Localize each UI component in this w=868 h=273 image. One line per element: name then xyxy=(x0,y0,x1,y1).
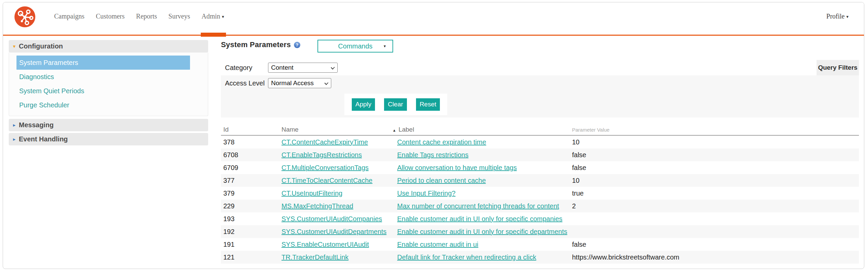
col-header-label-text: Label xyxy=(399,126,414,133)
clear-button[interactable]: Clear xyxy=(384,98,407,111)
parameter-name-link[interactable]: SYS.CustomerUIAuditCompanies xyxy=(281,215,382,222)
parameter-label-link[interactable]: Use Input Filtering? xyxy=(397,190,455,197)
access-level-select-value: Normal Access xyxy=(271,79,314,86)
active-tab-indicator xyxy=(201,33,226,37)
col-header-parameter-value[interactable]: Parameter Value xyxy=(570,127,859,133)
query-filters-toggle[interactable]: Query Filters xyxy=(816,60,859,75)
parameter-name-link[interactable]: CT.UseInputFiltering xyxy=(281,190,342,197)
cell-label: Max number of concurrent fetching thread… xyxy=(395,202,570,210)
nav-admin[interactable]: Admin▾ xyxy=(202,12,224,20)
sidebar-item-diagnostics[interactable]: Diagnostics xyxy=(9,70,208,84)
reset-button[interactable]: Reset xyxy=(416,98,440,111)
cell-name: CT.MultipleConversationTags xyxy=(279,164,395,172)
nav-customers-label: Customers xyxy=(96,12,125,20)
parameters-table: Id Name ▲Label Parameter Value 378 CT.Co… xyxy=(221,124,859,264)
sidebar-item-purge-scheduler[interactable]: Purge Scheduler xyxy=(9,98,208,112)
parameter-label-link[interactable]: Allow conversation to have multiple tags xyxy=(397,164,517,171)
parameter-label-link[interactable]: Enable customer audit in UI only for spe… xyxy=(397,215,562,222)
parameter-label-link[interactable]: Content cache expiration time xyxy=(397,138,486,146)
cell-label: Default link for Tracker when redirectin… xyxy=(395,253,570,261)
cell-id: 121 xyxy=(221,253,279,261)
parameter-name-link[interactable]: CT.TimeToClearContentCache xyxy=(281,177,372,184)
table-row: 191 SYS.EnableCustomerUIAudit Enable cus… xyxy=(221,238,859,251)
cell-parameter-value: false xyxy=(570,164,859,172)
sidebar-item-system-quiet-periods[interactable]: System Quiet Periods xyxy=(9,84,208,98)
cell-label: Enable customer audit in UI only for spe… xyxy=(395,228,570,236)
parameter-name-link[interactable]: CT.MultipleConversationTags xyxy=(281,164,369,171)
help-icon[interactable]: ? xyxy=(294,42,300,48)
title-row: System Parameters? Commands ▾ xyxy=(221,40,859,55)
sidebar: ▾ Configuration System Parameters Diagno… xyxy=(9,40,208,145)
parameter-name-link[interactable]: CT.ContentCacheExpiryTime xyxy=(281,138,368,146)
category-filter-row: Category Content xyxy=(221,60,816,75)
profile-menu[interactable]: Profile▾ xyxy=(826,12,848,20)
parameter-name-link[interactable]: CT.EnableTagsRestrictions xyxy=(281,151,362,159)
cell-name: CT.ContentCacheExpiryTime xyxy=(279,138,395,146)
parameter-name-link[interactable]: TR.TrackerDefaultLink xyxy=(281,253,348,261)
accordion-configuration[interactable]: ▾ Configuration xyxy=(9,40,208,53)
col-header-id[interactable]: Id xyxy=(221,126,279,133)
table-header: Id Name ▲Label Parameter Value xyxy=(221,124,859,136)
cell-parameter-value: 10 xyxy=(570,138,859,146)
parameter-label-link[interactable]: Max number of concurrent fetching thread… xyxy=(397,202,559,210)
col-header-label[interactable]: ▲Label xyxy=(395,126,570,133)
cell-id: 378 xyxy=(221,138,279,146)
table-row: 192 SYS.CustomerUIAuditDepartments Enabl… xyxy=(221,225,859,238)
cell-label: Enable customer audit in ui xyxy=(395,241,570,248)
nav-surveys[interactable]: Surveys xyxy=(168,12,190,20)
cell-name: CT.TimeToClearContentCache xyxy=(279,177,395,185)
caret-down-icon: ▾ xyxy=(13,40,16,53)
col-header-name[interactable]: Name xyxy=(279,126,395,133)
content-area: ▾ Configuration System Parameters Diagno… xyxy=(3,37,864,269)
cell-parameter-value: https://www.brickstreetsoftware.com xyxy=(570,253,859,261)
table-body: 378 CT.ContentCacheExpiryTime Content ca… xyxy=(221,136,859,264)
page-title: System Parameters xyxy=(221,40,291,49)
cell-id: 6708 xyxy=(221,151,279,159)
sidebar-item-system-parameters[interactable]: System Parameters xyxy=(17,56,190,70)
accordion-messaging-label: Messaging xyxy=(19,121,54,129)
cell-label: Use Input Filtering? xyxy=(395,190,570,197)
parameter-name-link[interactable]: SYS.CustomerUIAuditDepartments xyxy=(281,228,386,235)
configuration-section-body: System Parameters Diagnostics System Qui… xyxy=(9,53,208,116)
caret-right-icon: ▸ xyxy=(13,133,16,145)
parameter-name-link[interactable]: MS.MaxFetchingThread xyxy=(281,202,353,210)
top-nav-bar: Campaigns Customers Reports Surveys Admi… xyxy=(3,2,864,36)
nav-reports[interactable]: Reports xyxy=(136,12,157,20)
cell-id: 193 xyxy=(221,215,279,223)
parameter-label-link[interactable]: Period to clean content cache xyxy=(397,177,486,184)
cell-name: MS.MaxFetchingThread xyxy=(279,202,395,210)
nav-campaigns[interactable]: Campaigns xyxy=(54,12,85,20)
caret-right-icon: ▸ xyxy=(13,119,16,131)
cell-parameter-value: false xyxy=(570,151,859,159)
parameter-label-link[interactable]: Default link for Tracker when redirectin… xyxy=(397,253,536,261)
cell-name: TR.TrackerDefaultLink xyxy=(279,253,395,261)
filter-actions: Apply Clear Reset xyxy=(344,93,447,115)
parameter-label-link[interactable]: Enable Tags restrictions xyxy=(397,151,468,159)
chevron-down-icon xyxy=(331,66,335,70)
cell-label: Enable customer audit in UI only for spe… xyxy=(395,215,570,223)
accordion-messaging[interactable]: ▸ Messaging xyxy=(9,119,208,131)
table-row: 6708 CT.EnableTagsRestrictions Enable Ta… xyxy=(221,148,859,161)
filter-panel: Category Content Query Filters Access Le… xyxy=(221,60,859,117)
table-row: 229 MS.MaxFetchingThread Max number of c… xyxy=(221,200,859,212)
brand-logo-icon[interactable] xyxy=(14,6,35,27)
apply-button[interactable]: Apply xyxy=(352,98,375,111)
cell-parameter-value: false xyxy=(570,241,859,248)
access-level-select[interactable]: Normal Access xyxy=(268,78,331,88)
cell-label: Allow conversation to have multiple tags xyxy=(395,164,570,172)
table-row: 378 CT.ContentCacheExpiryTime Content ca… xyxy=(221,136,859,148)
cell-id: 192 xyxy=(221,228,279,236)
parameter-name-link[interactable]: SYS.EnableCustomerUIAudit xyxy=(281,241,369,248)
accordion-event-handling[interactable]: ▸ Event Handling xyxy=(9,133,208,145)
parameter-label-link[interactable]: Enable customer audit in ui xyxy=(397,241,478,248)
commands-dropdown[interactable]: Commands ▾ xyxy=(317,40,393,53)
nav-customers[interactable]: Customers xyxy=(96,12,125,20)
cell-id: 379 xyxy=(221,190,279,197)
app-window: Campaigns Customers Reports Surveys Admi… xyxy=(3,2,864,269)
parameter-label-link[interactable]: Enable customer audit in UI only for spe… xyxy=(397,228,567,235)
cell-id: 229 xyxy=(221,202,279,210)
category-select[interactable]: Content xyxy=(268,63,338,73)
table-row: 6709 CT.MultipleConversationTags Allow c… xyxy=(221,161,859,174)
nav-reports-label: Reports xyxy=(136,12,157,20)
table-row: 379 CT.UseInputFiltering Use Input Filte… xyxy=(221,187,859,200)
